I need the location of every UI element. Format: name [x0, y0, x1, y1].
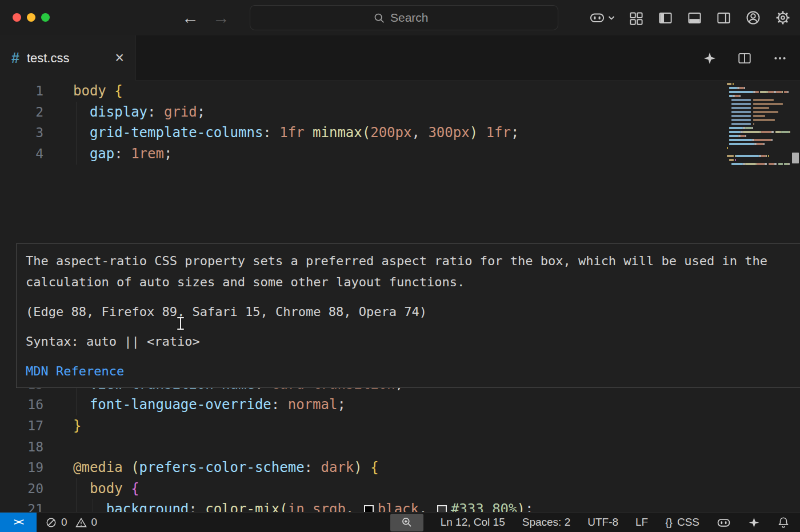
line-number[interactable]: 20	[0, 478, 43, 499]
minimap-line	[781, 131, 789, 133]
code-text[interactable]: font-language-override: normal;	[73, 394, 346, 415]
scrollbar-thumb[interactable]	[792, 153, 799, 163]
minimap-line	[789, 131, 790, 133]
code-line-20[interactable]: 20 body {	[0, 478, 726, 499]
language-mode[interactable]: {} CSS	[665, 516, 699, 529]
minimap-line	[753, 103, 783, 105]
line-number[interactable]: 2	[0, 102, 43, 123]
code-text[interactable]: }	[73, 415, 81, 437]
sparkle-icon[interactable]	[703, 51, 717, 65]
token-pun	[73, 501, 106, 512]
code-text[interactable]: body {	[73, 81, 123, 102]
encoding-setting[interactable]: UTF-8	[587, 516, 618, 529]
line-number[interactable]: 3	[0, 122, 43, 143]
line-number[interactable]: 18	[0, 437, 43, 458]
errors-count: 0	[61, 516, 67, 529]
title-bar: ← →	[0, 0, 800, 35]
sparkle-status-icon[interactable]	[748, 517, 760, 529]
tooltip-description: The aspect-ratio CSS property sets a pre…	[26, 250, 790, 293]
minimap-line	[744, 87, 745, 89]
toggle-secondary-sidebar-icon[interactable]	[716, 10, 731, 26]
zoom-indicator-button[interactable]	[390, 514, 423, 531]
token-fn: (	[131, 459, 139, 475]
tab-close-icon[interactable]: ×	[115, 50, 124, 66]
token-pun	[362, 459, 370, 475]
token-val: dark	[321, 459, 354, 475]
token-prop: grid-template-columns	[90, 125, 263, 141]
traffic-lights	[13, 13, 50, 22]
code-line-1[interactable]: 1body {	[0, 81, 726, 102]
code-line-18[interactable]: 18	[0, 437, 726, 458]
code-text[interactable]: gap: 1rem;	[73, 143, 172, 165]
minimize-window-button[interactable]	[27, 13, 35, 22]
settings-gear-icon[interactable]	[775, 10, 791, 26]
more-actions-icon[interactable]	[773, 51, 787, 66]
code-line-17[interactable]: 17}	[0, 415, 726, 437]
minimap-line	[760, 91, 767, 93]
editor-actions	[703, 35, 787, 81]
eol-setting[interactable]: LF	[635, 516, 648, 529]
code-text[interactable]: @media (prefers-color-scheme: dark) {	[73, 457, 379, 478]
line-number[interactable]: 16	[0, 394, 43, 415]
code-editor[interactable]: 1body {2 display: grid;3 grid-template-c…	[0, 81, 800, 512]
mdn-reference-link[interactable]: MDN Reference	[26, 361, 790, 382]
account-icon[interactable]	[745, 10, 761, 26]
minimap-line	[753, 119, 775, 121]
close-window-button[interactable]	[13, 13, 21, 22]
line-number[interactable]: 21	[0, 499, 43, 512]
token-pun	[73, 481, 90, 497]
zoom-window-button[interactable]	[41, 13, 50, 22]
customize-layout-icon[interactable]	[629, 10, 644, 26]
remote-indicator[interactable]: ><	[0, 513, 37, 532]
color-decorator-swatch[interactable]	[437, 505, 447, 512]
forward-button[interactable]: →	[213, 9, 230, 26]
toggle-primary-sidebar-icon[interactable]	[658, 10, 673, 26]
minimap-line	[729, 87, 737, 89]
search-input[interactable]	[390, 11, 435, 25]
code-line-2[interactable]: 2 display: grid;	[0, 102, 726, 123]
code-text[interactable]: body {	[73, 478, 139, 499]
minimap-line	[741, 135, 745, 137]
cursor-position[interactable]: Ln 12, Col 15	[441, 516, 505, 529]
language-label: CSS	[677, 516, 699, 529]
minimap-line	[778, 163, 783, 165]
search-box[interactable]	[250, 5, 558, 30]
css-file-icon: #	[11, 50, 19, 66]
minimap-line	[757, 143, 763, 145]
toggle-panel-icon[interactable]	[687, 10, 702, 26]
chevron-down-icon	[608, 15, 615, 21]
tab-test-css[interactable]: # test.css ×	[0, 35, 136, 81]
minimap-line	[769, 163, 774, 165]
minimap-line	[789, 163, 790, 165]
color-decorator-swatch[interactable]	[364, 505, 374, 512]
copilot-icon	[589, 10, 605, 26]
minimap-line	[729, 143, 754, 145]
code-text[interactable]: display: grid;	[73, 102, 205, 123]
code-line-19[interactable]: 19@media (prefers-color-scheme: dark) {	[0, 457, 726, 478]
line-number[interactable]: 4	[0, 143, 43, 165]
minimap-line	[729, 91, 753, 93]
line-number[interactable]: 17	[0, 415, 43, 437]
copilot-menu-button[interactable]	[589, 10, 615, 26]
code-line-21[interactable]: 21 background: color-mix(in srgb, black,…	[0, 499, 726, 512]
indentation-setting[interactable]: Spaces: 2	[522, 516, 571, 529]
token-sel: body	[73, 83, 106, 99]
token-pun	[73, 125, 90, 141]
notifications-bell-icon[interactable]	[777, 516, 790, 529]
code-line-3[interactable]: 3 grid-template-columns: 1fr minmax(200p…	[0, 122, 726, 143]
code-line-4[interactable]: 4 gap: 1rem;	[0, 143, 726, 165]
code-text[interactable]: grid-template-columns: 1fr minmax(200px,…	[73, 122, 519, 143]
copilot-status-icon[interactable]	[717, 515, 731, 530]
line-number[interactable]: 19	[0, 457, 43, 478]
minimap[interactable]	[727, 81, 791, 252]
split-editor-icon[interactable]	[737, 51, 752, 66]
back-button[interactable]: ←	[182, 9, 199, 26]
minimap-line	[753, 123, 754, 125]
token-val: 1fr	[486, 125, 511, 141]
code-text[interactable]: background: color-mix(in srgb, black, #3…	[73, 499, 533, 512]
warnings-icon	[75, 517, 87, 528]
problems-button[interactable]: 0 0	[46, 516, 97, 529]
token-br1: }	[73, 418, 81, 434]
code-line-16[interactable]: 16 font-language-override: normal;	[0, 394, 726, 415]
line-number[interactable]: 1	[0, 81, 43, 102]
